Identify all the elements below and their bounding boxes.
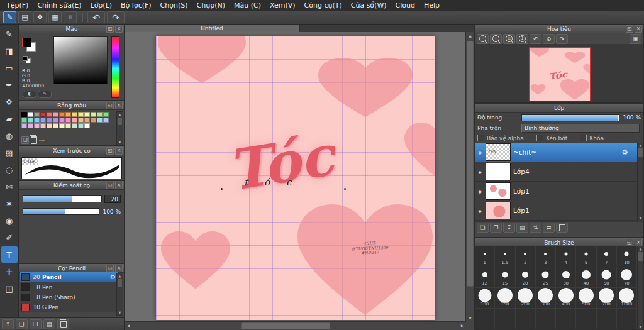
float-panel-icon[interactable]: ◱	[106, 102, 114, 109]
lock-checkbox[interactable]: Khóa	[580, 135, 604, 141]
zoom-in-button[interactable]: +	[490, 34, 502, 44]
redo-button[interactable]: ↷	[107, 11, 125, 23]
brush-item-0[interactable]: 20Pencil⚙	[20, 272, 118, 282]
duplicate-canvas-button[interactable]: ❐	[30, 319, 42, 329]
transfer-layer-button[interactable]: ⇄	[543, 223, 555, 233]
float-panel-icon[interactable]: ◱	[106, 182, 114, 189]
brush-size-50[interactable]: 50	[597, 267, 617, 288]
menu-item-2[interactable]: Lớp(L)	[86, 1, 117, 10]
navigator-thumbnail[interactable]: Tóc	[529, 47, 591, 101]
delete-button[interactable]	[57, 319, 69, 329]
brush-item-3[interactable]: 10G Pen	[20, 302, 118, 312]
palette-swatch-17[interactable]	[40, 118, 46, 123]
move-tool[interactable]: ✥	[1, 94, 18, 110]
delete-swatch-icon[interactable]	[31, 136, 37, 144]
palette-swatch-29[interactable]	[28, 123, 33, 128]
gear-icon[interactable]: ⚙	[621, 148, 628, 157]
palette-swatch-7[interactable]	[65, 112, 71, 117]
brush-item-1[interactable]: 8Pen	[20, 282, 118, 292]
gradient-tool[interactable]: ▨	[1, 145, 18, 161]
visibility-dot[interactable]: ●	[477, 189, 483, 194]
select-pen-tool[interactable]: ✐	[1, 229, 18, 246]
canvas-vertical-scrollbar[interactable]: ▲ ▼	[465, 32, 474, 322]
brush-size-500[interactable]: 500	[576, 288, 596, 309]
rotate-left-button[interactable]: ↶	[530, 34, 541, 44]
visibility-dot[interactable]: ●	[477, 150, 483, 155]
palette-swatch-9[interactable]	[78, 112, 84, 117]
layer-list-scrollbar[interactable]: ▲ ▼	[637, 143, 643, 221]
eyedropper-button[interactable]: ✎	[38, 91, 52, 98]
brush-size-2[interactable]: 2	[516, 246, 536, 267]
close-panel-icon[interactable]: ×	[115, 265, 123, 272]
palette-swatch-1[interactable]	[28, 112, 33, 117]
layer-row-0[interactable]: ●~chit~⚙	[475, 143, 637, 162]
close-panel-icon[interactable]: ×	[635, 25, 642, 33]
zoom-actual-button[interactable]: 1	[516, 34, 528, 44]
brush-size-150[interactable]: 150	[495, 288, 515, 309]
brush-size-300[interactable]: 300	[536, 288, 556, 309]
hue-slider[interactable]	[111, 36, 119, 98]
palette-swatch-10[interactable]	[84, 112, 90, 117]
rotate-right-button[interactable]: ↷	[556, 34, 568, 44]
brush-preview-header[interactable]: Xem trước cọ ◱×	[19, 146, 124, 155]
palette-scrollbar[interactable]: ▲ ▼	[116, 111, 123, 145]
brush-size-700[interactable]: 700	[597, 288, 617, 309]
palette-swatch-8[interactable]	[72, 112, 77, 117]
foreground-color-swatch[interactable]	[22, 38, 31, 47]
palette-swatch-32[interactable]	[47, 123, 52, 128]
palette-panel-header[interactable]: Bảng màu ◱×	[19, 101, 124, 110]
menu-item-4[interactable]: Chọn(S)	[156, 1, 192, 10]
canvas[interactable]: Tóc tóc -CHIT- @TUQUYNH1409 #HD247	[156, 36, 435, 320]
protect-alpha-checkbox[interactable]: Bảo vệ alpha	[477, 135, 524, 141]
palette-swatch-2[interactable]	[34, 112, 40, 117]
brush-list-scrollbar[interactable]: ▲ ▼	[116, 273, 123, 316]
palette-swatch-15[interactable]	[28, 118, 33, 123]
palette-swatch-14[interactable]	[21, 118, 27, 123]
layer-row-1[interactable]: ●Lớp4	[475, 162, 637, 182]
hand-tool[interactable]: ✛	[1, 263, 18, 280]
menu-item-9[interactable]: Cửa sổ(W)	[347, 1, 391, 10]
mini-fg-swatch[interactable]	[23, 56, 28, 61]
palette-swatch-3[interactable]	[40, 112, 46, 117]
save-button[interactable]: ▤	[18, 11, 31, 23]
brush-mode-button[interactable]: ✎	[3, 11, 16, 23]
scrollbar-thumb[interactable]	[118, 279, 122, 287]
palette-swatch-35[interactable]	[65, 123, 71, 128]
menu-item-5[interactable]: Chụp(N)	[192, 1, 230, 10]
palette-swatch-34[interactable]	[59, 123, 65, 128]
float-panel-icon[interactable]: ◱	[106, 25, 114, 33]
scroll-right-icon[interactable]: ▶	[458, 322, 466, 330]
merge-down-button[interactable]: ↧	[503, 223, 515, 233]
palette-swatch-23[interactable]	[78, 118, 84, 123]
saturation-value-picker[interactable]	[53, 36, 108, 84]
palette-swatch-22[interactable]	[72, 118, 77, 123]
magic-wand-tool[interactable]: ✶	[1, 195, 18, 212]
undo-button[interactable]: ↶	[87, 11, 105, 23]
brush-size-1.5[interactable]: 1.5	[495, 246, 515, 267]
palette-swatch-28[interactable]	[21, 123, 27, 128]
palette-swatch-16[interactable]	[34, 118, 40, 123]
fill-rect-tool[interactable]: ▰	[1, 111, 18, 127]
new-canvas-button[interactable]: ❏	[16, 319, 28, 329]
close-panel-icon[interactable]: ×	[115, 102, 123, 109]
rotate-reset-button[interactable]: ⊙	[543, 34, 555, 44]
brush-size-70[interactable]: 70	[617, 267, 637, 288]
brush-size-scrollbar[interactable]: ▲ ▼	[637, 246, 643, 329]
float-panel-icon[interactable]: ◱	[106, 147, 114, 155]
brush-size-15[interactable]: 15	[495, 267, 515, 288]
brush-size-40[interactable]: 40	[576, 267, 596, 288]
brush-list-header[interactable]: Cọ: Pencil ◱×	[19, 264, 124, 273]
folder-button[interactable]: ▤	[43, 319, 55, 329]
scroll-up-icon[interactable]: ▲	[117, 112, 123, 117]
layer-row-3[interactable]: ●Lớp1	[475, 201, 637, 221]
palette-swatch-25[interactable]	[91, 118, 96, 123]
eyedropper-tool[interactable]: ◉	[1, 212, 18, 229]
scroll-down-icon[interactable]: ▼	[638, 216, 643, 221]
text-tool[interactable]: T	[1, 246, 18, 263]
palette-swatch-18[interactable]	[47, 118, 52, 123]
palette-swatch-12[interactable]	[97, 112, 103, 117]
scrollbar-thumb[interactable]	[467, 41, 474, 287]
brush-control-header[interactable]: Kiểm soát cọ ◱×	[19, 181, 124, 190]
reorder-layer-button[interactable]: ⇅	[530, 223, 541, 233]
scroll-down-icon[interactable]: ▼	[466, 314, 474, 322]
